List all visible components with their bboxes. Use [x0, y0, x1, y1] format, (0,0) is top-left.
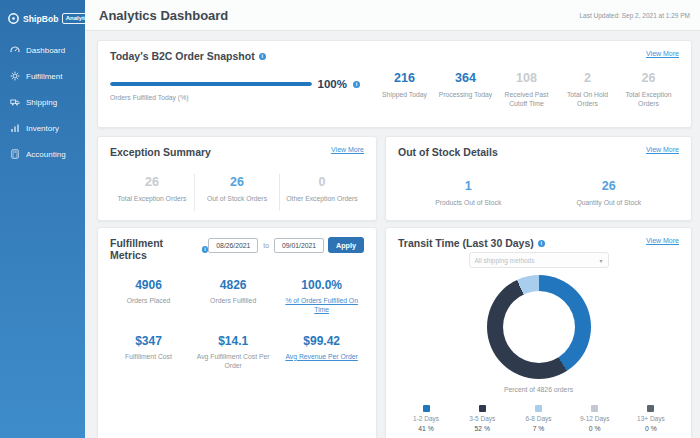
stat-shipped-today: 216 Shipped Today: [374, 72, 435, 108]
stat-out-of-stock-orders: 26 Out of Stock Orders: [195, 174, 280, 211]
shipbob-logo-icon: [7, 12, 20, 25]
progress-label: Orders Fulfilled Today (%): [110, 94, 360, 101]
accounting-calculator-icon: [10, 149, 20, 159]
transit-donut-chart: [487, 275, 591, 379]
sidebar-item-accounting[interactable]: Accounting: [0, 141, 85, 167]
sidebar-item-label: Shipping: [26, 98, 57, 107]
legend-swatch: [647, 405, 654, 412]
card-out-of-stock-details: Out of Stock Details View More 1 Product…: [385, 136, 692, 221]
transit-view-more-link[interactable]: View More: [646, 237, 679, 244]
sidebar-item-inventory[interactable]: Inventory: [0, 115, 85, 141]
transit-card-title: Transit Time (Last 30 Days) i: [398, 237, 545, 249]
date-from-input[interactable]: [208, 238, 258, 253]
shipping-methods-dropdown[interactable]: All shipping methods ▾: [469, 252, 609, 268]
card-fulfillment-metrics: Fulfillment Metrics i to Apply 4906: [97, 227, 377, 438]
stat-processing-today: 364 Processing Today: [435, 72, 496, 108]
info-icon[interactable]: i: [353, 81, 360, 88]
orders-fulfilled-progress: 100% i Orders Fulfilled Today (%): [110, 72, 360, 101]
apply-button[interactable]: Apply: [328, 237, 364, 253]
sidebar: ShipBob Analytics Dashboard Fulfillment: [0, 0, 85, 438]
exception-card-title: Exception Summary: [110, 146, 211, 158]
stat-total-exception: 26 Total Exception Orders: [618, 72, 679, 108]
dashboard-content: Today's B2C Order Snapshot i View More 1…: [85, 31, 700, 438]
stat-total-on-hold: 2 Total On Hold Orders: [557, 72, 618, 108]
transit-legend: 1-2 Days 41 % 3-5 Days 52 % 6-8 Days 7 %: [398, 405, 679, 432]
donut-hole: [503, 291, 575, 363]
info-icon[interactable]: i: [259, 53, 266, 60]
card-transit-time: Transit Time (Last 30 Days) i View More …: [385, 227, 692, 438]
brand-name: ShipBob: [23, 14, 59, 24]
inventory-bar-chart-icon: [10, 123, 20, 133]
legend-swatch: [535, 405, 542, 412]
snapshot-card-title: Today's B2C Order Snapshot i: [110, 50, 266, 62]
legend-item-9-12-days: 9-12 Days 0 %: [567, 405, 623, 432]
legend-swatch: [423, 405, 430, 412]
oos-card-title: Out of Stock Details: [398, 146, 498, 158]
legend-swatch: [591, 405, 598, 412]
snapshot-view-more-link[interactable]: View More: [646, 50, 679, 57]
legend-item-13-plus-days: 13+ Days 0 %: [623, 405, 679, 432]
info-icon[interactable]: i: [202, 246, 209, 253]
stat-total-exception-orders: 26 Total Exception Orders: [110, 174, 195, 211]
last-updated-text: Last Updated: Sep 2, 2021 at 1:29 PM: [579, 12, 690, 19]
sidebar-item-fulfillment[interactable]: Fulfillment: [0, 63, 85, 89]
shipping-methods-value: All shipping methods: [475, 257, 535, 264]
progress-bar-track: [110, 82, 312, 86]
progress-bar-fill: [110, 82, 312, 86]
progress-percent: 100%: [318, 78, 347, 90]
card-b2c-order-snapshot: Today's B2C Order Snapshot i View More 1…: [97, 40, 692, 128]
page-title: Analytics Dashboard: [99, 8, 228, 23]
card-exception-summary: Exception Summary View More 26 Total Exc…: [97, 136, 377, 221]
legend-item-6-8-days: 6-8 Days 7 %: [510, 405, 566, 432]
brand-logo[interactable]: ShipBob Analytics: [0, 8, 85, 37]
stat-avg-fulfillment-cost: $14.1 Avg Fulfillment Cost Per Order: [187, 335, 279, 371]
fulfillment-card-title: Fulfillment Metrics i: [110, 237, 208, 261]
chevron-down-icon: ▾: [599, 257, 602, 264]
legend-item-1-2-days: 1-2 Days 41 %: [398, 405, 454, 432]
sidebar-item-dashboard[interactable]: Dashboard: [0, 37, 85, 63]
info-icon[interactable]: i: [538, 240, 545, 247]
stat-pct-fulfilled-on-time: 100.0% % of Orders Fulfilled On Time: [279, 279, 364, 315]
stat-orders-fulfilled: 4826 Orders Fulfilled: [187, 279, 279, 315]
exception-view-more-link[interactable]: View More: [331, 146, 364, 153]
avg-revenue-per-order-link[interactable]: Avg Revenue Per Order: [281, 352, 362, 361]
stat-products-out-of-stock: 1 Products Out of Stock: [398, 180, 539, 207]
date-to-input[interactable]: [274, 238, 324, 253]
donut-caption: Percent of 4826 orders: [398, 386, 679, 393]
legend-item-3-5-days: 3-5 Days 52 %: [454, 405, 510, 432]
legend-swatch: [479, 405, 486, 412]
dashboard-gauge-icon: [10, 45, 20, 55]
stat-avg-revenue-per-order: $99.42 Avg Revenue Per Order: [279, 335, 364, 371]
oos-view-more-link[interactable]: View More: [646, 146, 679, 153]
stat-orders-placed: 4906 Orders Placed: [110, 279, 187, 315]
stat-fulfillment-cost: $347 Fulfillment Cost: [110, 335, 187, 371]
sidebar-item-label: Accounting: [26, 150, 66, 159]
stat-other-exception-orders: 0 Other Exception Orders: [280, 174, 364, 211]
stat-received-past-cutoff: 108 Received Past Cutoff Time: [496, 72, 557, 108]
stat-quantity-out-of-stock: 26 Quantity Out of Stock: [539, 180, 680, 207]
fulfillment-gear-icon: [10, 71, 20, 81]
main-area: Analytics Dashboard Last Updated: Sep 2,…: [85, 0, 700, 438]
app-root: ShipBob Analytics Dashboard Fulfillment: [0, 0, 700, 438]
sidebar-item-label: Fulfillment: [26, 72, 62, 81]
date-range-to-label: to: [262, 242, 270, 249]
shipping-truck-icon: [10, 97, 20, 107]
top-header: Analytics Dashboard Last Updated: Sep 2,…: [85, 0, 700, 31]
pct-fulfilled-on-time-link[interactable]: % of Orders Fulfilled On Time: [281, 296, 362, 314]
sidebar-item-shipping[interactable]: Shipping: [0, 89, 85, 115]
sidebar-item-label: Inventory: [26, 124, 59, 133]
sidebar-item-label: Dashboard: [26, 46, 65, 55]
